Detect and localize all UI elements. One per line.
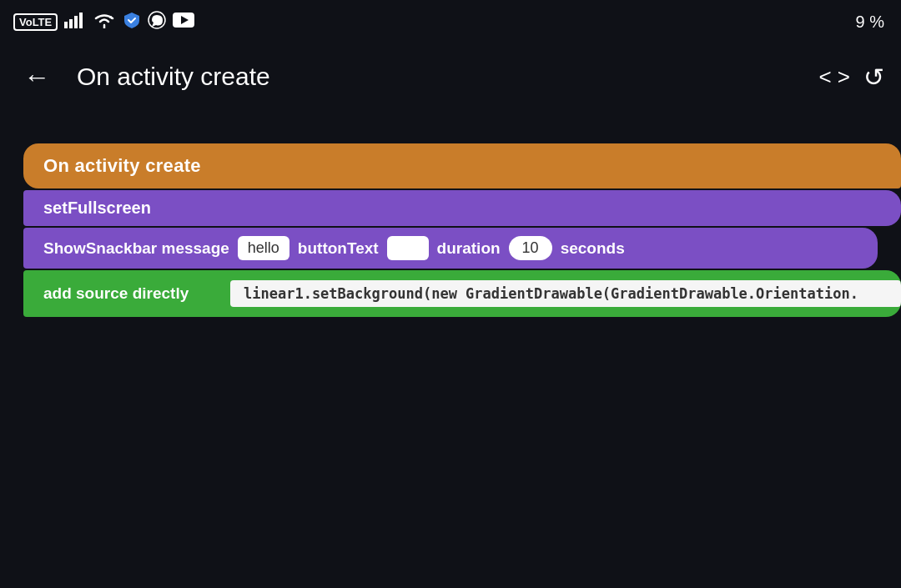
top-nav: ← On activity create < > ↺ [0,43,901,110]
block-on-activity-create[interactable]: On activity create [23,143,901,188]
whatsapp-icon [148,11,166,33]
block-add-source[interactable]: add source directly linear1.setBackgroun… [23,270,901,317]
canvas-area: On activity create setFullscreen ShowSna… [0,110,901,588]
svg-rect-1 [69,19,73,28]
setfullscreen-label: setFullscreen [43,199,151,217]
showsnackbar-hello-value[interactable]: hello [238,236,289,260]
status-bar: VoLTE + [0,0,901,43]
showsnackbar-duration-value[interactable]: 10 [509,236,552,260]
undo-button[interactable]: ↺ [863,63,884,92]
buttontext-label: buttonText [298,239,379,258]
add-source-code[interactable]: linear1.setBackground(new GradientDrawab… [230,280,901,307]
status-left: VoLTE + [13,11,194,33]
add-source-label: add source directly [43,284,227,303]
showsnackbar-buttontext-value[interactable] [387,236,429,260]
code-toggle-button[interactable]: < > [818,64,850,90]
seconds-label: seconds [561,239,625,258]
svg-rect-2 [74,16,78,28]
block-showsnackbar[interactable]: ShowSnackbar message hello buttonText du… [23,228,878,269]
showsnackbar-label: ShowSnackbar message [43,239,229,258]
svg-text:+: + [109,14,113,22]
svg-rect-3 [79,13,83,28]
block-setfullscreen[interactable]: setFullscreen [23,190,901,226]
nav-actions: < > ↺ [818,63,884,92]
volte-badge: VoLTE [13,13,58,31]
on-activity-create-label: On activity create [43,155,201,176]
svg-rect-0 [64,22,68,28]
duration-label: duration [437,239,501,258]
shield-icon [123,11,141,33]
battery-indicator: 9 % [856,13,884,32]
youtube-icon [173,13,194,32]
back-button[interactable]: ← [17,58,57,96]
signal-icon [64,12,86,33]
page-title: On activity create [77,63,798,91]
wifi-icon: + [93,12,116,33]
blocks-container: On activity create setFullscreen ShowSna… [23,143,901,317]
